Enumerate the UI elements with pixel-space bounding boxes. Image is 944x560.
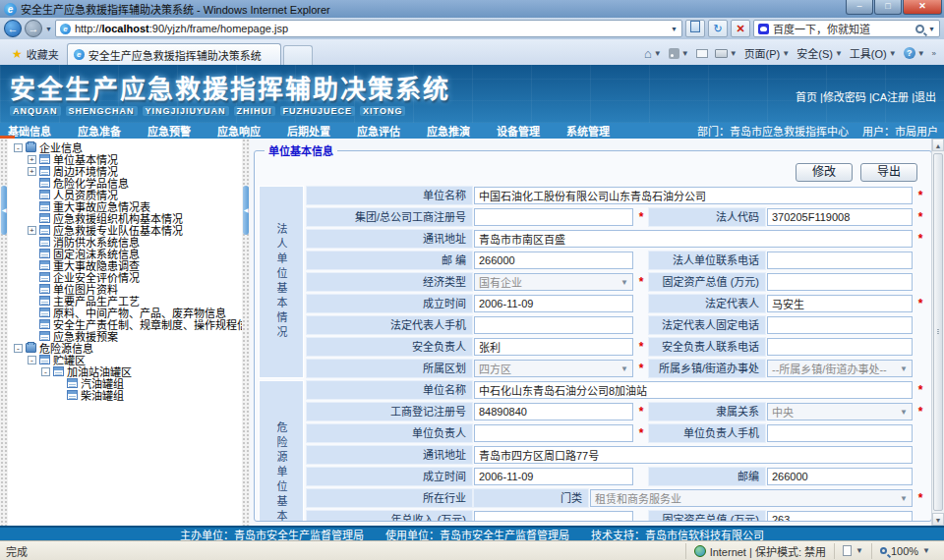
search-box[interactable]: 百度一下，你就知道 ▼ <box>753 20 940 37</box>
field-input[interactable] <box>474 208 633 226</box>
minimize-button[interactable]: – <box>846 0 873 15</box>
field-input[interactable] <box>474 295 633 312</box>
field-input[interactable] <box>474 468 633 485</box>
menu-item[interactable]: 应急评估 <box>357 123 400 139</box>
tree-node[interactable]: -企业信息 <box>14 141 242 153</box>
tree-node[interactable]: +单位基本情况 <box>14 153 242 165</box>
field-select[interactable]: 国有企业▼ <box>474 273 633 291</box>
field-input[interactable] <box>474 252 633 269</box>
menu-item[interactable]: 应急推演 <box>427 123 470 139</box>
tree-node[interactable]: 安全生产责任制、规章制度、操作规程信息 <box>14 318 242 330</box>
field-select[interactable]: 中央▼ <box>767 403 913 420</box>
search-options-dropdown[interactable]: ▼ <box>928 26 935 32</box>
feeds-button[interactable]: ▼ <box>669 48 689 59</box>
expand-icon[interactable]: + <box>28 155 36 164</box>
field-input[interactable] <box>767 338 913 356</box>
field-input[interactable] <box>474 446 913 464</box>
page-mode-control[interactable]: ▼ <box>834 543 871 559</box>
zoom-control[interactable]: 100% ▼ <box>871 543 938 559</box>
field-input[interactable] <box>474 230 913 248</box>
field-input[interactable] <box>474 424 633 442</box>
stop-button[interactable]: ✕ <box>731 20 750 37</box>
field-input[interactable] <box>767 273 913 291</box>
left-splitter[interactable]: ◀ <box>0 139 8 526</box>
menu-item[interactable]: 应急预警 <box>148 123 191 139</box>
field-input[interactable] <box>767 511 913 522</box>
favorites-button[interactable]: ★ 收藏夹 <box>4 43 67 65</box>
field-input[interactable] <box>767 208 913 226</box>
home-button[interactable]: ⌂▼ <box>644 46 662 61</box>
tools-menu-button[interactable]: 工具(O)▼ <box>850 45 897 61</box>
export-button[interactable]: 导出 <box>860 163 917 182</box>
menu-item[interactable]: 应急准备 <box>78 123 121 139</box>
expand-icon[interactable]: + <box>28 226 36 235</box>
read-mail-button[interactable] <box>696 49 708 58</box>
left-collapse-handle[interactable]: ◀ <box>1 186 7 235</box>
address-bar[interactable]: e http://localhost:90/yjzh/frame/homepag… <box>55 20 682 37</box>
field-input[interactable] <box>474 316 633 334</box>
browser-tab[interactable]: e 安全生产应急救援指挥辅助决策系统 <box>67 43 281 65</box>
address-dropdown-icon[interactable]: ▼ <box>671 26 678 32</box>
forward-button[interactable]: → <box>25 20 42 37</box>
maximize-button[interactable]: □ <box>874 0 902 15</box>
recent-pages-dropdown[interactable]: ▼ <box>45 26 52 32</box>
search-icon[interactable] <box>915 25 924 33</box>
field-input[interactable] <box>474 338 633 356</box>
top-link[interactable]: 修改密码 <box>823 91 866 103</box>
menu-item[interactable]: 后期处置 <box>287 123 330 139</box>
menu-item[interactable]: 系统管理 <box>566 123 610 139</box>
vertical-scrollbar[interactable]: ▲ ▼ <box>931 139 944 526</box>
field-select[interactable]: 租赁和商务服务业▼ <box>590 489 913 507</box>
collapse-icon[interactable]: - <box>14 344 23 353</box>
collapse-icon[interactable]: - <box>28 356 36 364</box>
overflow-chevron[interactable]: » <box>932 49 936 58</box>
field-select[interactable]: --所属乡镇/街道办事处--▼ <box>767 360 913 377</box>
menu-item[interactable]: 应急响应 <box>217 123 261 139</box>
compatibility-view-button[interactable] <box>685 20 705 37</box>
new-tab-button[interactable] <box>283 45 313 65</box>
collapse-icon[interactable]: - <box>14 143 23 152</box>
close-button[interactable]: ✕ <box>903 0 942 15</box>
top-link[interactable]: 退出 <box>914 91 936 103</box>
field-input[interactable] <box>474 187 913 204</box>
required-cell <box>914 423 927 443</box>
field-input[interactable] <box>767 316 913 334</box>
required-asterisk: * <box>639 340 644 354</box>
field-input[interactable] <box>474 381 913 399</box>
collapse-icon[interactable]: - <box>41 367 50 376</box>
safety-menu-button[interactable]: 安全(S)▼ <box>796 45 843 61</box>
expand-icon[interactable]: + <box>28 167 36 176</box>
scrollbar-thumb[interactable] <box>933 153 943 511</box>
top-link[interactable]: 首页 <box>796 91 817 103</box>
page-menu-button[interactable]: 页面(P)▼ <box>744 45 791 61</box>
print-button[interactable]: ▼ <box>715 49 738 58</box>
field-input[interactable] <box>474 403 633 420</box>
url-text[interactable]: http://localhost:90/yjzh/frame/homepage.… <box>75 23 667 34</box>
field-input[interactable] <box>767 295 913 312</box>
field-input[interactable] <box>767 424 913 442</box>
back-button[interactable]: ← <box>4 20 22 37</box>
main-panel: 单位基本信息 修改 导出 法人单位基本情况单位名称*集团/总公司工商注册号*法人… <box>250 139 931 526</box>
field-input[interactable] <box>474 511 633 522</box>
help-button[interactable]: ?▼ <box>904 47 925 59</box>
tree-collapse-handle[interactable]: ◀ <box>243 186 249 235</box>
scroll-up-arrow[interactable]: ▲ <box>932 139 944 151</box>
top-link[interactable]: CA注册 <box>872 91 909 103</box>
tree-splitter[interactable]: ◀ <box>242 139 250 526</box>
modify-button[interactable]: 修改 <box>796 163 853 182</box>
search-input[interactable]: 百度一下，你就知道 <box>773 21 912 36</box>
menu-item[interactable]: 设备管理 <box>497 123 540 139</box>
tree-spacer <box>28 202 36 211</box>
field-input[interactable] <box>767 252 913 269</box>
tree-node[interactable]: 危险化学品信息 <box>14 177 242 189</box>
tree-node[interactable]: 企业安全评价情况 <box>14 271 242 283</box>
tree-node[interactable]: 柴油罐组 <box>14 389 242 401</box>
tree-node[interactable]: -危险源信息 <box>14 342 242 354</box>
refresh-button[interactable]: ↻ <box>708 20 728 37</box>
tree-node[interactable]: -加油站油罐区 <box>14 365 242 377</box>
scroll-down-arrow[interactable]: ▼ <box>932 513 944 526</box>
tree-spacer <box>28 261 36 270</box>
scrollbar-track[interactable] <box>932 151 944 513</box>
field-input[interactable] <box>767 468 913 485</box>
field-select[interactable]: 四方区▼ <box>474 360 633 377</box>
